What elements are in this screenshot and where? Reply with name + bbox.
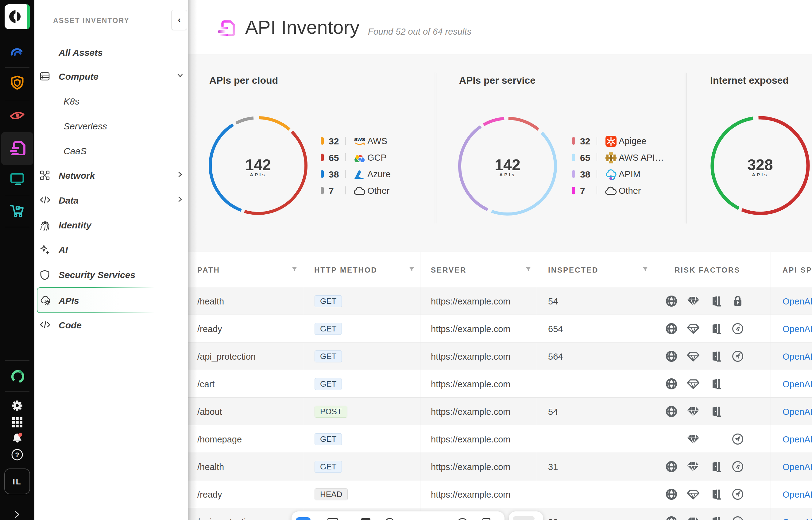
- svg-text:?: ?: [15, 451, 19, 459]
- svg-text:aws: aws: [354, 136, 365, 142]
